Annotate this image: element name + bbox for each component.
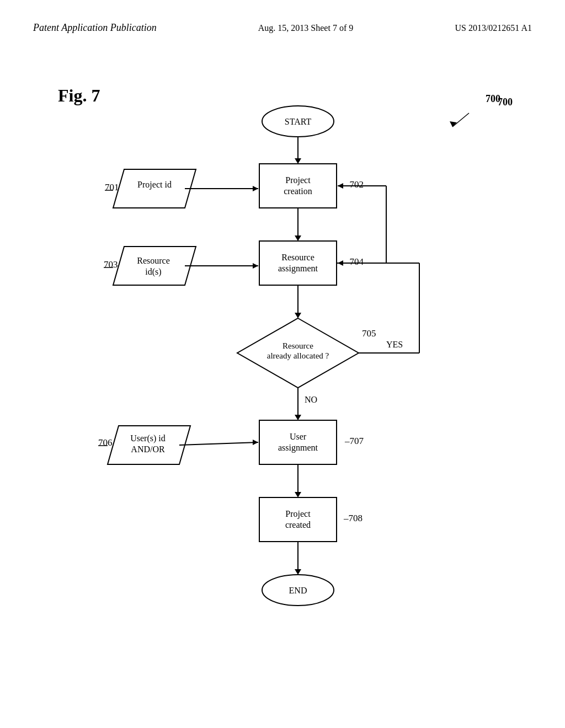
svg-text:Project: Project	[285, 175, 311, 185]
svg-text:creation: creation	[284, 186, 312, 196]
svg-marker-60	[295, 492, 301, 497]
flowchart-svg: 700 START Project creation –702 Project …	[33, 77, 530, 700]
svg-text:701: 701	[105, 182, 119, 192]
header-right: US 2013/0212651 A1	[455, 23, 532, 33]
svg-marker-18	[295, 235, 301, 241]
svg-text:already allocated ?: already allocated ?	[267, 351, 329, 360]
header-left: Patent Application Publication	[33, 22, 157, 34]
svg-marker-23	[113, 247, 196, 285]
svg-text:Project id: Project id	[137, 180, 172, 190]
svg-text:–702: –702	[344, 179, 364, 190]
svg-text:assignment: assignment	[278, 443, 318, 453]
svg-text:Resource: Resource	[137, 256, 170, 265]
svg-text:–704: –704	[344, 256, 364, 267]
svg-marker-44	[338, 260, 343, 266]
svg-rect-48	[259, 420, 337, 464]
svg-text:User(s) id: User(s) id	[130, 433, 166, 443]
svg-text:–708: –708	[343, 513, 363, 523]
svg-text:User: User	[290, 432, 307, 441]
svg-text:assignment: assignment	[278, 264, 318, 274]
svg-rect-61	[259, 497, 337, 542]
svg-text:705: 705	[362, 328, 376, 339]
svg-line-57	[179, 442, 258, 445]
svg-line-1	[452, 113, 469, 127]
svg-text:AND/OR: AND/OR	[131, 445, 165, 454]
svg-marker-58	[253, 440, 258, 445]
svg-marker-16	[253, 186, 258, 191]
svg-marker-6	[295, 158, 301, 164]
svg-text:id(s): id(s)	[145, 267, 161, 277]
svg-text:NO: NO	[305, 395, 317, 404]
svg-text:Project: Project	[285, 509, 311, 519]
page: Patent Application Publication Aug. 15, …	[0, 0, 565, 728]
svg-text:–707: –707	[344, 436, 364, 446]
svg-text:Resource: Resource	[281, 253, 315, 262]
svg-text:END: END	[289, 586, 307, 595]
svg-text:700: 700	[486, 93, 500, 104]
svg-text:703: 703	[104, 259, 118, 270]
svg-text:START: START	[285, 117, 312, 126]
svg-marker-47	[295, 415, 301, 420]
svg-marker-29	[253, 263, 258, 269]
svg-text:706: 706	[98, 437, 113, 448]
header-center: Aug. 15, 2013 Sheet 7 of 9	[258, 23, 353, 33]
svg-text:YES: YES	[386, 340, 403, 349]
svg-marker-66	[295, 569, 301, 575]
svg-text:created: created	[285, 520, 311, 529]
header: Patent Application Publication Aug. 15, …	[0, 22, 565, 34]
svg-rect-7	[259, 164, 337, 208]
svg-text:Resource: Resource	[282, 341, 313, 350]
svg-marker-35	[295, 313, 301, 318]
svg-rect-19	[259, 241, 337, 285]
svg-marker-33	[338, 183, 343, 189]
